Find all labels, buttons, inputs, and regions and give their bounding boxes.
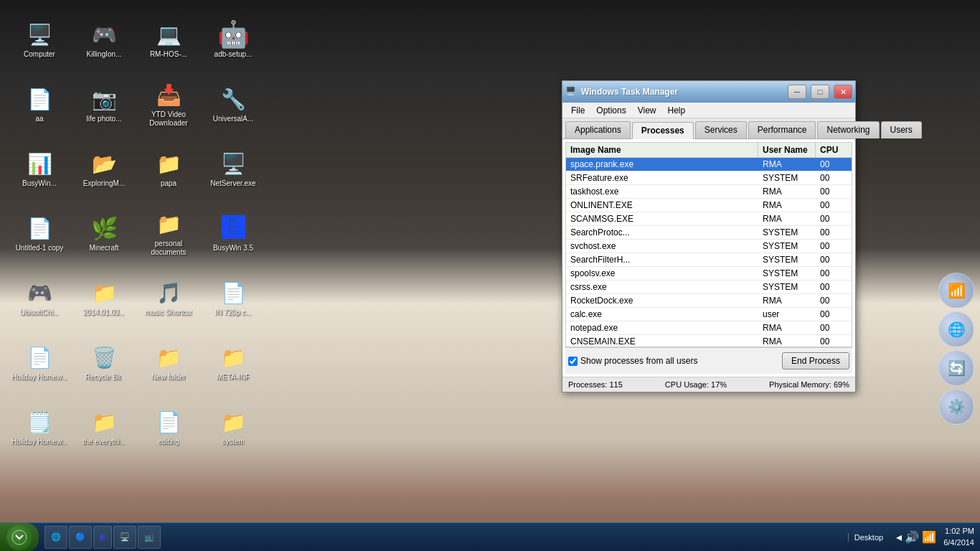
process-name: svchost.exe	[566, 240, 758, 253]
desktop-icon-ubisoftchi[interactable]: 🎮 UbisoftChi...	[7, 265, 72, 330]
process-user: RMA	[758, 185, 816, 198]
desktop-icon-aa[interactable]: 📄 aa	[7, 72, 72, 136]
process-row[interactable]: calc.exeuser00	[566, 308, 852, 321]
process-cpu: 00	[816, 226, 852, 239]
tray-arrow-icon[interactable]: ◂	[896, 530, 902, 544]
process-name: SCANMSG.EXE	[566, 212, 758, 225]
col-cpu[interactable]: CPU	[816, 143, 852, 157]
desktop-icon-busywin35[interactable]: 🅱 BusyWin 3.5	[201, 201, 265, 265]
start-orb	[6, 524, 32, 550]
desktop-icon-universala[interactable]: 🔧 UniversalA...	[201, 72, 265, 136]
process-user: RMA	[758, 294, 816, 307]
process-row[interactable]: ONLINENT.EXERMA00	[566, 199, 852, 212]
desktop-icon-in720p[interactable]: 📄 IN 720p c...	[201, 265, 265, 330]
process-row[interactable]: RocketDock.exeRMA00	[566, 294, 852, 308]
menu-options[interactable]: Options	[590, 104, 631, 117]
taskbar-clock[interactable]: 1:02 PM 6/4/2014	[943, 526, 974, 548]
tab-networking[interactable]: Networking	[817, 121, 879, 138]
desktop-icon-lifephoto[interactable]: 📷 life photo...	[72, 72, 136, 136]
processes-table-header: Image Name User Name CPU	[565, 142, 852, 157]
process-cpu: 00	[816, 240, 852, 253]
desktop-icon-computer[interactable]: 🖥️ Computer	[7, 7, 72, 72]
taskbar-item-chrome[interactable]: 🔵	[69, 526, 92, 549]
desktop-icon-adbsetup[interactable]: 🤖 adb-setup...	[201, 7, 265, 72]
process-row[interactable]: SRFeature.exeSYSTEM00	[566, 171, 852, 185]
taskbar-item-media[interactable]: 📺	[138, 526, 161, 549]
start-button[interactable]	[0, 523, 39, 552]
desktop-icon-metainf[interactable]: 📁 META-INF	[201, 330, 265, 395]
network-tray-icon[interactable]: 📶	[922, 530, 936, 544]
taskbar-item-ie[interactable]: 🌐	[44, 526, 67, 549]
desktop-icon-rmhos[interactable]: 💻 RM-HOS-...	[136, 7, 201, 72]
menu-view[interactable]: View	[632, 104, 662, 117]
desktop-icon-editing[interactable]: 📄 editing	[136, 395, 201, 459]
process-row[interactable]: spoolsv.exeSYSTEM00	[566, 267, 852, 281]
status-processes: Processes: 115	[568, 380, 623, 389]
desktop-icon-personal[interactable]: 📁 personal documents	[136, 201, 201, 265]
status-cpu: CPU Usage: 17%	[665, 380, 727, 389]
process-user: SYSTEM	[758, 253, 816, 266]
desktop-icon-untitled1[interactable]: 📄 Untitled-1 copy	[7, 201, 72, 265]
process-name: space.prank.exe	[566, 158, 758, 171]
process-name: taskhost.exe	[566, 185, 758, 198]
desktop-icon-2014[interactable]: 📁 2014.01.03...	[72, 265, 136, 330]
desktop-icon-theeverythi[interactable]: 📁 the everythi...	[72, 395, 136, 459]
process-row[interactable]: SearchProtoc...SYSTEM00	[566, 226, 852, 240]
desktop-icon-minecraft[interactable]: 🌿 Minecraft	[72, 201, 136, 265]
taskbar: 🌐 🔵 B 🖥️ 📺 Desktop ◂ 🔊 📶 1:02 PM 6/4/201…	[0, 522, 980, 551]
tab-performance[interactable]: Performance	[748, 121, 816, 138]
desktop-icon-music[interactable]: 🎵 music Shortcut	[136, 265, 201, 330]
tab-applications[interactable]: Applications	[565, 121, 631, 138]
task-manager-tabs: Applications Processes Services Performa…	[562, 118, 855, 139]
task-manager-menubar: File Options View Help	[562, 103, 855, 118]
desktop-icons-area: 🖥️ Computer 🎮 KillingIon... 💻 RM-HOS-...…	[0, 0, 287, 524]
process-cpu: 00	[816, 185, 852, 198]
process-user: RMA	[758, 321, 816, 334]
process-row[interactable]: CNSEMAIN.EXERMA00	[566, 335, 852, 347]
process-row[interactable]: notepad.exeRMA00	[566, 321, 852, 335]
desktop-icon-killinglion[interactable]: 🎮 KillingIon...	[72, 7, 136, 72]
end-process-button[interactable]: End Process	[782, 352, 849, 369]
desktop-icon-newfolder[interactable]: 📁 New folder	[136, 330, 201, 395]
close-button[interactable]: ✕	[834, 85, 852, 99]
process-user: RMA	[758, 199, 816, 212]
desktop-icon-holidayhomew2[interactable]: 🗒️ Holiday Homew...	[7, 395, 72, 459]
speaker-icon[interactable]: 🔊	[905, 530, 919, 544]
show-all-processes-checkbox[interactable]	[568, 357, 578, 366]
minimize-button[interactable]: ─	[788, 85, 806, 99]
tab-users[interactable]: Users	[881, 121, 922, 138]
deco-circle-1: 📶	[938, 273, 974, 309]
menu-file[interactable]: File	[565, 104, 590, 117]
task-manager-window: 🖥️ Windows Task Manager ─ □ ✕ File Optio…	[562, 80, 856, 392]
maximize-button[interactable]: □	[811, 85, 829, 99]
processes-table-body: space.prank.exeRMA00SRFeature.exeSYSTEM0…	[565, 157, 852, 347]
menu-help[interactable]: Help	[662, 104, 692, 117]
process-row[interactable]: SCANMSG.EXERMA00	[566, 212, 852, 226]
desktop-label[interactable]: Desktop	[848, 533, 889, 542]
desktop-icon-exploringm[interactable]: 📂 ExploringM...	[72, 136, 136, 201]
col-image-name[interactable]: Image Name	[566, 143, 758, 157]
process-row[interactable]: SearchFilterH...SYSTEM00	[566, 253, 852, 267]
tab-services[interactable]: Services	[695, 121, 747, 138]
process-row[interactable]: svchost.exeSYSTEM00	[566, 240, 852, 253]
desktop-icon-netserver[interactable]: 🖥️ NetServer.exe	[201, 136, 265, 201]
desktop-icon-recyclebin[interactable]: 🗑️ Recycle Bin	[72, 330, 136, 395]
task-manager-icon: 🖥️	[565, 86, 577, 98]
chrome-icon: 🔵	[75, 532, 85, 542]
desktop-icon-system[interactable]: 📁 system	[201, 395, 265, 459]
desktop-icon-holidayhomew[interactable]: 📄 Holiday Homew...	[7, 330, 72, 395]
process-row[interactable]: taskhost.exeRMA00	[566, 185, 852, 199]
desktop-icon-busywin[interactable]: 📊 BusyWin...	[7, 136, 72, 201]
taskbar-item-busywin[interactable]: B	[93, 526, 112, 549]
process-row[interactable]: csrss.exeSYSTEM00	[566, 281, 852, 294]
col-user-name[interactable]: User Name	[758, 143, 816, 157]
desktop-icon-papa[interactable]: 📁 papa	[136, 136, 201, 201]
process-user: RMA	[758, 158, 816, 171]
desktop-icon-ytd[interactable]: 📥 YTD Video Downloader	[136, 72, 201, 136]
network-icon: 🖥️	[120, 532, 130, 542]
status-memory: Physical Memory: 69%	[769, 380, 849, 389]
tab-processes[interactable]: Processes	[632, 122, 694, 139]
taskbar-item-network[interactable]: 🖥️	[113, 526, 136, 549]
process-user: user	[758, 308, 816, 321]
process-row[interactable]: space.prank.exeRMA00	[566, 158, 852, 171]
